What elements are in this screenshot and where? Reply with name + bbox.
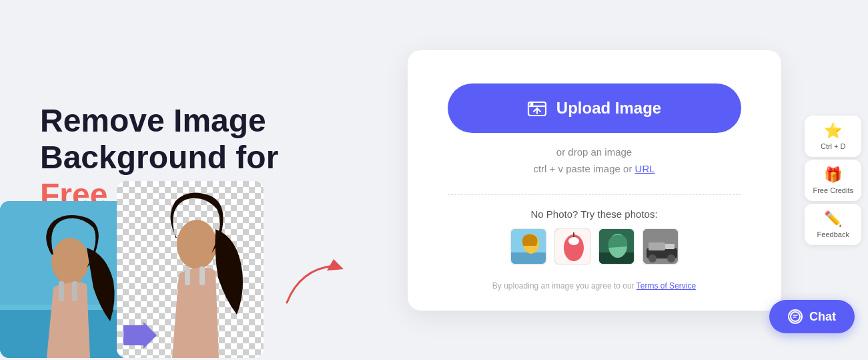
page-wrapper: Remove Image Background for Free 100% au… [0,0,868,360]
bookmark-label: Ctrl + D [821,142,846,150]
svg-rect-28 [648,242,665,250]
svg-rect-29 [665,244,675,249]
title-line1: Remove Image [40,103,266,138]
bookmark-icon: ⭐ [824,122,842,140]
sample-image-3[interactable] [598,228,635,265]
svg-rect-8 [199,266,205,285]
svg-point-19 [568,237,579,245]
svg-point-26 [648,254,657,262]
paste-instruction: ctrl + v paste image or [533,163,634,174]
svg-rect-5 [72,281,77,301]
title-line2: Background for [40,140,278,175]
terms-prefix: By uploading an image you agree to our [492,281,636,291]
upload-button[interactable]: Upload Image [448,83,741,133]
url-link[interactable]: URL [635,163,655,174]
feedback-label: Feedback [817,230,849,238]
sample-label: No Photo? Try these photos: [530,208,657,220]
sample-image-4[interactable] [642,228,679,265]
left-section: Remove Image Background for Free 100% au… [40,102,360,258]
svg-point-3 [51,238,89,285]
upload-button-label: Upload Image [556,99,661,118]
sample-image-2[interactable] [554,228,591,265]
terms-text: By uploading an image you agree to our T… [492,281,696,291]
credits-label: Free Credits [813,186,853,194]
svg-point-30 [791,312,800,321]
upload-card: Upload Image or drop an image ctrl + v p… [408,50,781,311]
svg-marker-10 [327,259,344,271]
svg-point-12 [530,103,532,105]
bookmark-panel-item[interactable]: ⭐ Ctrl + D [805,116,861,157]
chat-button[interactable]: Chat [769,300,855,333]
paste-text: ctrl + v paste image or URL [533,163,655,174]
drop-text: or drop an image [556,146,632,158]
blue-arrow-decoration [123,322,157,355]
credits-panel-item[interactable]: 🎁 Free Credits [805,160,861,201]
svg-point-6 [177,220,217,269]
red-arrow-decoration [280,256,347,309]
original-photo [0,201,130,358]
right-section: Upload Image or drop an image ctrl + v p… [360,50,828,311]
sample-image-1[interactable] [510,228,547,265]
feedback-icon: ✏️ [824,210,842,228]
upload-icon [527,98,547,118]
chat-button-label: Chat [809,310,836,324]
feedback-panel-item[interactable]: ✏️ Feedback [805,204,861,245]
svg-rect-4 [59,281,64,301]
svg-rect-7 [185,266,190,285]
svg-rect-15 [511,252,547,265]
chat-icon [788,309,803,324]
sample-section: No Photo? Try these photos: [448,208,741,291]
gift-icon: 🎁 [824,166,842,184]
svg-point-27 [667,254,675,262]
svg-marker-9 [123,322,157,349]
divider [448,194,741,195]
sample-images [510,228,679,265]
terms-link[interactable]: Terms of Service [636,281,696,291]
right-panel: ⭐ Ctrl + D 🎁 Free Credits ✏️ Feedback [805,116,861,245]
